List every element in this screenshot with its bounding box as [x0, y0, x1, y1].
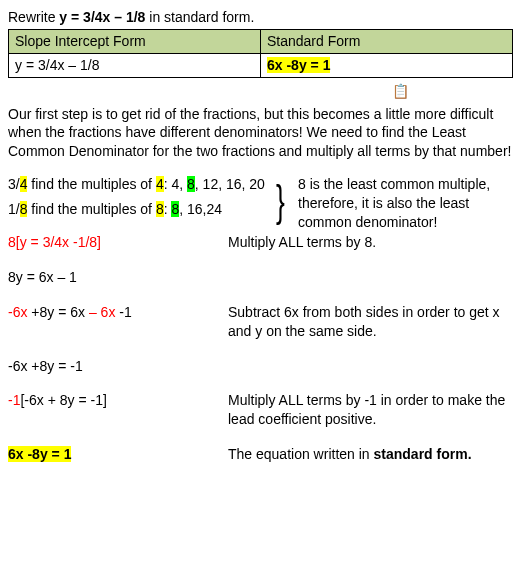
forms-table: Slope Intercept Form Standard Form y = 3…: [8, 29, 513, 78]
table-cell-slope: y = 3/4x – 1/8: [9, 53, 261, 77]
step-5-left: -1[-6x + 8y = -1]: [8, 391, 228, 410]
step-2-left: 8y = 6x – 1: [8, 268, 228, 287]
step-1-left: 8[y = 3/4x -1/8]: [8, 233, 228, 252]
step-5: -1[-6x + 8y = -1] Multiply ALL terms by …: [8, 391, 513, 429]
table-cell-standard-value: 6x -8y = 1: [267, 57, 330, 73]
step-4-left: -6x +8y = -1: [8, 357, 228, 376]
step-3: -6x +8y = 6x – 6x -1 Subtract 6x from bo…: [8, 303, 513, 341]
step-6-right: The equation written in standard form.: [228, 445, 513, 464]
title-post: in standard form.: [145, 9, 254, 25]
title-pre: Rewrite: [8, 9, 59, 25]
step-6: 6x -8y = 1 The equation written in stand…: [8, 445, 513, 464]
page-title: Rewrite y = 3/4x – 1/8 in standard form.: [8, 8, 513, 27]
step-1: 8[y = 3/4x -1/8] Multiply ALL terms by 8…: [8, 233, 513, 252]
step-4: -6x +8y = -1: [8, 357, 513, 376]
clipboard-icon: 📋: [8, 82, 513, 101]
table-header-slope: Slope Intercept Form: [9, 29, 261, 53]
step-3-left: -6x +8y = 6x – 6x -1: [8, 303, 228, 322]
brace-icon: }: [276, 179, 285, 223]
multiples-group: 3/4 find the multiples of 4: 4, 8, 12, 1…: [8, 175, 513, 219]
step-1-right: Multiply ALL terms by 8.: [228, 233, 513, 252]
steps-list: 8[y = 3/4x -1/8] Multiply ALL terms by 8…: [8, 233, 513, 464]
multiples-line-4: 3/4 find the multiples of 4: 4, 8, 12, 1…: [8, 175, 273, 194]
multiples-line-8: 1/8 find the multiples of 8: 8, 16,24: [8, 200, 273, 219]
step-3-right: Subtract 6x from both sides in order to …: [228, 303, 513, 341]
table-cell-standard: 6x -8y = 1: [261, 53, 513, 77]
title-eq: y = 3/4x – 1/8: [59, 9, 145, 25]
table-header-standard: Standard Form: [261, 29, 513, 53]
lcm-note: 8 is the least common multiple, therefor…: [298, 175, 508, 232]
intro-paragraph: Our first step is to get rid of the frac…: [8, 105, 513, 162]
step-6-left: 6x -8y = 1: [8, 445, 228, 464]
step-2: 8y = 6x – 1: [8, 268, 513, 287]
step-5-right: Multiply ALL terms by -1 in order to mak…: [228, 391, 513, 429]
